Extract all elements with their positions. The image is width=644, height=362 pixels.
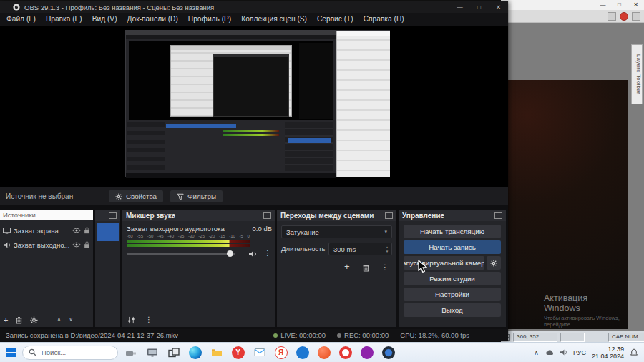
spin-up-icon[interactable]: ▴ [386,245,389,249]
remove-source-button[interactable] [16,316,22,324]
notifications-bell-icon[interactable] [630,348,638,357]
menu-profile[interactable]: Профиль (P) [183,13,236,26]
system-tray: ∧ РУС 12:39 21.04.2024 [534,346,641,360]
dock-float-icon[interactable] [494,212,502,219]
menu-tools[interactable]: Сервис (T) [312,13,358,26]
audio-mixer-dock: Микшер звука Захват выходного аудиопоток… [122,210,275,327]
cloud-icon[interactable] [545,349,554,356]
add-source-button[interactable]: + [4,315,8,324]
background-window-titlebar: — □ ✕ [501,0,644,10]
menu-scene-collection[interactable]: Коллекция сцен (S) [236,13,312,26]
selected-scene[interactable] [97,223,119,241]
toolbar-button-1[interactable] [608,12,616,21]
maximize-button[interactable]: □ [469,1,489,13]
taskbar-app-drive[interactable] [122,343,140,362]
mute-speaker-icon[interactable] [248,250,257,258]
mixer-dock-header[interactable]: Микшер звука [122,210,275,221]
taskbar-app-yandex[interactable]: Y [229,343,247,362]
spin-down-icon[interactable]: ▾ [386,250,389,253]
channel-menu-button[interactable]: ⋮ [264,249,271,258]
taskbar-app-orange[interactable] [315,343,333,362]
add-transition-button[interactable]: + [344,263,350,271]
dock-float-icon[interactable] [109,212,117,219]
taskbar-app-blue[interactable] [293,343,311,362]
scene-transitions-dock: Переходы между сценами Затухание ▾ Длите… [277,210,396,327]
eye-icon[interactable] [72,228,81,233]
properties-button[interactable]: Свойства [109,190,163,202]
lock-icon[interactable] [84,241,90,248]
start-button[interactable] [3,345,19,361]
db-tick: -15 [219,234,225,238]
taskbar-app-purple[interactable] [358,343,376,362]
spinner-arrows[interactable]: ▴ ▾ [383,245,391,253]
close-button[interactable]: ✕ [489,1,508,13]
taskbar-app-explorer[interactable] [208,343,225,362]
obs-titlebar: OBS 29.1.3 - Профиль: Без названия - Сце… [0,1,508,13]
toolbar-button-2[interactable] [632,12,640,21]
tray-chevron-icon[interactable]: ∧ [534,349,539,356]
menu-view[interactable]: Вид (V) [87,13,122,26]
move-down-button[interactable]: ∨ [69,316,73,323]
sources-dock-title[interactable]: Источники [0,210,93,220]
taskbar-app-dark[interactable] [379,343,397,362]
volume-slider-handle[interactable] [227,250,233,257]
properties-label: Свойства [126,192,157,200]
menu-help[interactable]: Справка (H) [358,13,409,26]
taskbar-app-yandex-browser[interactable]: Я [272,343,290,362]
taskbar-app-display[interactable] [143,343,161,362]
menu-docks[interactable]: Док-панели (D) [122,13,183,26]
speaker-icon [3,242,11,248]
tray-speaker-icon[interactable] [560,349,567,356]
maximize-button[interactable]: □ [611,0,628,10]
duration-spinbox[interactable]: 300 ms ▴ ▾ [328,243,392,255]
minimize-button[interactable]: — [450,1,469,13]
menu-edit[interactable]: Правка (E) [41,13,87,26]
source-properties-button[interactable] [30,316,38,324]
transitions-dock-header[interactable]: Переходы между сценами [277,210,396,221]
source-row-screen-capture[interactable]: Захват экрана [0,223,93,238]
shot-source-list [127,122,165,171]
start-virtual-camera-button[interactable]: Запуск виртуальной камеры [404,256,484,270]
minimize-button[interactable]: — [595,0,611,10]
eye-icon[interactable] [72,242,81,248]
start-streaming-button[interactable]: Начать трансляцию [404,225,501,238]
taskbar-app-mail[interactable] [250,343,268,362]
remove-transition-button[interactable] [363,264,369,272]
mixer-config-icon[interactable] [127,316,135,324]
duration-value: 300 ms [329,245,383,253]
settings-button[interactable]: Настройки [404,288,501,301]
dock-float-icon[interactable] [385,212,393,219]
scenes-dock-header[interactable] [95,210,120,221]
dock-float-icon[interactable] [263,212,271,219]
transition-value: Затухание [286,228,319,236]
lock-icon[interactable] [84,227,90,234]
search-input[interactable] [40,348,109,357]
layers-toolbar-tab[interactable]: Layers Toolbar [631,44,643,104]
editor-canvas: Активация Windows Чтобы активировать Win… [501,23,644,331]
virtual-camera-config-button[interactable] [487,256,501,270]
studio-mode-button[interactable]: Режим студии [404,272,501,285]
controls-dock-header[interactable]: Управление [399,210,506,221]
filters-button[interactable]: Фильтры [170,190,223,202]
exit-button[interactable]: Выход [404,303,501,317]
language-indicator[interactable]: РУС [573,349,586,356]
close-button[interactable]: ✕ [628,0,644,10]
taskbar-task-view[interactable] [165,343,182,362]
source-row-audio-capture[interactable]: Захват выходно... [0,238,93,252]
taskbar-app-opera[interactable] [336,343,354,362]
record-icon[interactable] [620,12,628,21]
taskbar-app-edge[interactable] [186,343,204,362]
volume-slider[interactable] [127,253,235,255]
start-recording-button[interactable]: Начать запись [404,240,501,254]
windows-logo-icon [6,348,16,357]
gear-icon [115,193,122,200]
shot-controls-panel [285,122,333,171]
taskbar-clock[interactable]: 12:39 21.04.2024 [592,346,624,360]
sources-dock: Источники Захват экрана [0,210,93,327]
menu-file[interactable]: Файл (F) [1,13,41,26]
move-up-button[interactable]: ∧ [57,316,61,323]
taskbar-search[interactable] [22,346,118,360]
transition-menu-button[interactable]: ⋮ [381,263,389,272]
transition-select[interactable]: Затухание ▾ [281,225,392,238]
mixer-menu-button[interactable]: ⋮ [145,315,152,324]
